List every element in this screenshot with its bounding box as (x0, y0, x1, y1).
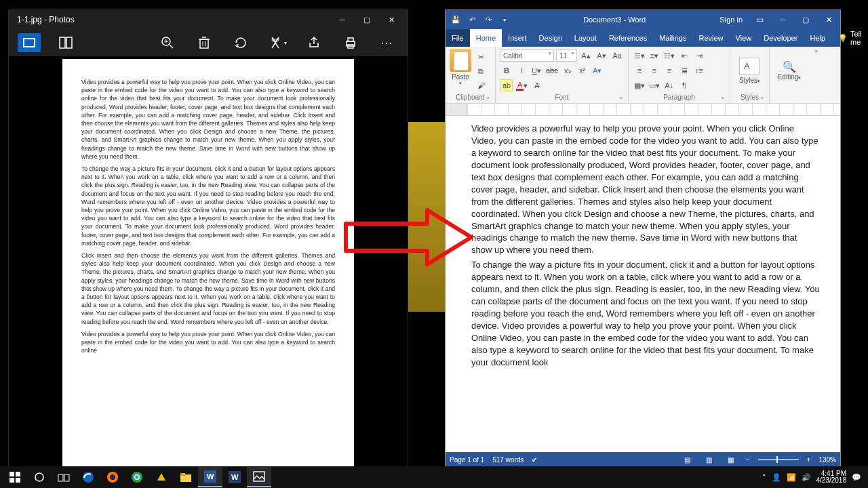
crop-icon[interactable]: ▾ (264, 29, 291, 56)
word-page[interactable]: Video provides a powerful way to help yo… (467, 116, 840, 452)
minimize-button[interactable]: ─ (330, 10, 355, 29)
close-button[interactable]: ✕ (379, 10, 403, 29)
app-icon[interactable] (149, 467, 174, 487)
word-para[interactable]: Video provides a powerful way to help yo… (471, 123, 820, 256)
paste-button[interactable]: Paste ▾ (450, 49, 471, 92)
photos-taskbar-icon[interactable] (247, 467, 271, 487)
styles-button[interactable]: A Styles▾ (739, 58, 760, 84)
task-view-icon[interactable] (52, 467, 76, 487)
font-size-select[interactable]: 11 (556, 49, 577, 62)
line-spacing-icon[interactable]: ↕≡ (693, 64, 705, 77)
compare-icon[interactable] (52, 29, 79, 56)
copy-icon[interactable]: ⧉ (475, 65, 487, 77)
zoom-value[interactable]: 130% (818, 456, 836, 464)
people-icon[interactable]: 👤 (772, 473, 781, 482)
start-button[interactable] (3, 467, 27, 487)
zoom-slider[interactable] (758, 459, 799, 460)
word-taskbar-icon-2[interactable]: W (222, 467, 247, 487)
edge-icon[interactable] (76, 467, 100, 487)
status-page[interactable]: Page 1 of 1 (450, 456, 484, 464)
italic-button[interactable]: I (515, 64, 528, 77)
word-taskbar-icon[interactable]: W (198, 467, 222, 487)
font-name-select[interactable]: Calibri (500, 49, 554, 62)
justify-icon[interactable]: ≣ (678, 64, 690, 77)
superscript-button[interactable]: x² (576, 64, 589, 77)
undo-icon[interactable]: ↶ (466, 16, 478, 24)
highlight-icon[interactable]: ab (500, 79, 513, 92)
delete-icon[interactable] (191, 29, 218, 56)
print-layout-icon[interactable]: ▥ (703, 454, 716, 465)
text-effects-icon[interactable]: A▾ (591, 64, 604, 77)
word-title-bar[interactable]: 💾 ↶ ↷ ▾ Document3 - Word Sign in ▭ ─ ▢ ✕ (446, 10, 840, 29)
web-layout-icon[interactable]: ▦ (724, 454, 738, 465)
shading-icon[interactable]: ▦▾ (633, 79, 646, 92)
clear-format-icon[interactable]: A̶ (531, 79, 543, 92)
collapse-ribbon-icon[interactable]: ˄ (809, 47, 823, 103)
rotate-icon[interactable] (227, 29, 254, 56)
shrink-font-icon[interactable]: A▾ (595, 49, 608, 62)
change-case-icon[interactable]: Aa (611, 49, 623, 62)
redo-icon[interactable]: ↷ (482, 16, 494, 24)
read-mode-icon[interactable]: ▤ (681, 454, 694, 465)
tab-home[interactable]: Home (470, 29, 502, 47)
status-words[interactable]: 517 words (492, 456, 524, 464)
photos-viewer[interactable]: Video provides a powerful way to help yo… (9, 56, 408, 488)
close-button[interactable]: ✕ (817, 11, 840, 28)
multilevel-icon[interactable]: ☷▾ (663, 49, 675, 62)
explorer-icon[interactable] (174, 467, 198, 487)
subscript-button[interactable]: x₂ (561, 64, 574, 77)
font-color-icon[interactable]: A▾ (515, 79, 528, 92)
strike-button[interactable]: abc (545, 64, 559, 77)
signin-button[interactable]: Sign in (714, 16, 748, 24)
align-left-icon[interactable]: ≡ (633, 64, 646, 77)
tab-file[interactable]: File (446, 29, 470, 47)
save-icon[interactable]: 💾 (450, 16, 462, 24)
word-document-area[interactable]: Video provides a powerful way to help yo… (446, 116, 840, 452)
notifications-icon[interactable]: 💬 (852, 473, 861, 482)
zoom-out-icon[interactable]: − (746, 456, 750, 464)
tray-up-icon[interactable]: ˄ (762, 473, 766, 482)
tab-references[interactable]: References (603, 29, 653, 47)
tab-insert[interactable]: Insert (502, 29, 533, 47)
format-painter-icon[interactable]: 🖌 (475, 79, 487, 92)
tell-me[interactable]: 💡Tell me (833, 29, 867, 47)
zoom-in-icon[interactable]: + (807, 456, 811, 464)
chrome-icon[interactable] (125, 467, 149, 487)
align-center-icon[interactable]: ≡ (648, 64, 660, 77)
tab-mailings[interactable]: Mailings (653, 29, 692, 47)
minimize-button[interactable]: ─ (771, 11, 794, 28)
tab-help[interactable]: Help (804, 29, 831, 47)
editing-button[interactable]: 🔍 Editing▾ (778, 60, 802, 81)
spellcheck-icon[interactable]: ✔ (532, 456, 537, 464)
align-right-icon[interactable]: ≡ (663, 64, 675, 77)
bullets-icon[interactable]: ☰▾ (633, 49, 646, 62)
more-icon[interactable]: ⋯ (374, 29, 401, 56)
show-marks-icon[interactable]: ¶ (678, 79, 690, 92)
zoom-icon[interactable] (154, 29, 181, 56)
grow-font-icon[interactable]: A▴ (580, 49, 592, 62)
numbering-icon[interactable]: ≡▾ (648, 49, 660, 62)
qat-customize-icon[interactable]: ▾ (498, 17, 511, 23)
share-icon[interactable] (300, 29, 328, 56)
tab-review[interactable]: Review (693, 29, 730, 47)
bold-button[interactable]: B (500, 64, 513, 77)
word-para[interactable]: To change the way a picture fits in your… (471, 259, 820, 368)
tab-view[interactable]: View (730, 29, 758, 47)
increase-indent-icon[interactable]: ⇥ (693, 49, 705, 62)
tab-design[interactable]: Design (533, 29, 568, 47)
photos-title-bar[interactable]: 1-1.jpg - Photos ─ ▢ ✕ (9, 10, 408, 29)
underline-button[interactable]: U▾ (530, 64, 542, 77)
volume-icon[interactable]: 🔊 (802, 473, 811, 482)
ruler[interactable] (446, 104, 840, 116)
decrease-indent-icon[interactable]: ⇤ (678, 49, 690, 62)
cortana-icon[interactable] (27, 467, 52, 487)
network-icon[interactable]: 📶 (787, 473, 796, 482)
firefox-icon[interactable] (100, 467, 125, 487)
cut-icon[interactable]: ✂ (475, 51, 487, 63)
ribbon-options-icon[interactable]: ▭ (748, 11, 771, 28)
tab-layout[interactable]: Layout (568, 29, 603, 47)
maximize-button[interactable]: ▢ (355, 10, 379, 29)
collection-button[interactable] (16, 29, 43, 56)
sort-icon[interactable]: A↓ (663, 79, 675, 92)
tab-developer[interactable]: Developer (757, 29, 804, 47)
